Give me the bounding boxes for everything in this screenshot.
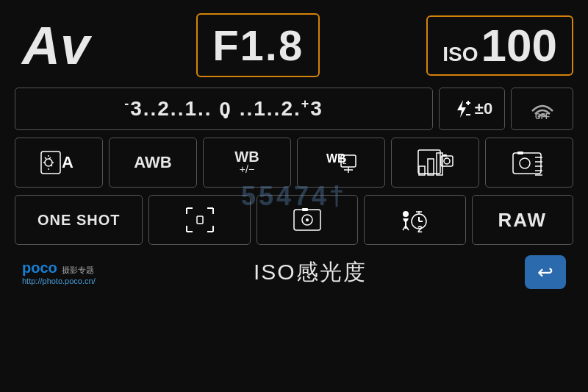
third-row: A AWB WB +/− WB 2 <box>15 138 573 188</box>
flash-comp-value: ±0 <box>475 99 492 118</box>
svg-text:A: A <box>62 153 74 171</box>
picture-style-icon <box>416 146 454 179</box>
picture-style-box[interactable] <box>391 138 479 188</box>
raw-label: RAW <box>498 209 547 232</box>
flash-icon <box>451 99 472 119</box>
exposure-scale: -3..2..1.. 0 ..1..2.+3 <box>124 96 323 121</box>
poco-brand: poco <box>22 260 57 277</box>
self-timer-box[interactable]: 2 <box>364 195 465 245</box>
svg-rect-47 <box>302 208 308 211</box>
svg-rect-26 <box>443 154 447 157</box>
af-point-icon <box>184 205 216 235</box>
second-row: -3..2..1.. 0 ..1..2.+3 ±0 <box>15 88 573 130</box>
wb-shift-icon: WB 2 <box>323 145 359 180</box>
mode-label: Av <box>22 19 90 72</box>
camera-settings-box[interactable] <box>485 138 573 188</box>
exposure-scale-box[interactable]: -3..2..1.. 0 ..1..2.+3 <box>15 88 433 130</box>
svg-text:OFF: OFF <box>535 113 550 120</box>
live-view-box[interactable] <box>257 195 358 245</box>
auto-lighting-icon: A <box>40 146 78 179</box>
fourth-row: ONE SHOT <box>15 195 573 245</box>
auto-lighting-box[interactable]: A <box>15 138 103 188</box>
poco-subtitle: 摄影专题 <box>62 265 94 276</box>
self-timer-icon: 2 <box>398 205 431 235</box>
svg-point-25 <box>444 158 450 164</box>
svg-marker-0 <box>457 100 466 118</box>
top-row: Av F1.8 ISO 100 <box>15 13 573 77</box>
bottom-row: poco 摄影专题 http://photo.poco.cn/ ISO感光度 ↩ <box>15 255 573 289</box>
aperture-box[interactable]: F1.8 <box>196 13 320 77</box>
svg-rect-21 <box>428 159 434 175</box>
wb-shift-box[interactable]: WB 2 <box>297 138 385 188</box>
svg-point-48 <box>403 211 409 217</box>
svg-line-13 <box>49 157 51 159</box>
wb-adjust-box[interactable]: WB +/− <box>203 138 291 188</box>
wb-adjust-sub: +/− <box>240 164 254 175</box>
one-shot-box[interactable]: ONE SHOT <box>15 195 143 245</box>
svg-text:2: 2 <box>343 157 347 165</box>
camera-screen: 55474† Av F1.8 ISO 100 -3..2..1.. 0 ..1.… <box>0 0 588 392</box>
af-point-box[interactable] <box>148 195 250 245</box>
one-shot-label: ONE SHOT <box>37 212 120 229</box>
exposure-indicator <box>223 114 228 118</box>
svg-line-11 <box>45 157 46 159</box>
wb-adjust-label: WB <box>234 149 259 164</box>
awb-label: AWB <box>134 153 171 172</box>
flash-comp-box[interactable]: ±0 <box>439 88 505 130</box>
camera-settings-icon <box>510 146 548 179</box>
svg-rect-29 <box>517 152 523 154</box>
svg-text:2: 2 <box>417 224 423 235</box>
raw-box[interactable]: RAW <box>472 195 573 245</box>
iso-label: ISO <box>442 44 478 65</box>
iso-value: 100 <box>481 23 557 68</box>
poco-info: poco 摄影专题 http://photo.poco.cn/ <box>22 260 96 285</box>
awb-box[interactable]: AWB <box>109 138 197 188</box>
wifi-icon-container: OFF <box>529 98 556 120</box>
iso-bottom-label: ISO感光度 <box>96 257 525 288</box>
svg-point-46 <box>306 218 309 221</box>
live-view-icon <box>291 205 323 235</box>
wifi-icon: OFF <box>529 98 556 120</box>
poco-url: http://photo.poco.cn/ <box>22 277 96 285</box>
wifi-box[interactable]: OFF <box>511 88 573 130</box>
svg-point-28 <box>520 158 530 168</box>
back-arrow-icon: ↩ <box>537 261 553 284</box>
back-button[interactable]: ↩ <box>525 255 566 289</box>
iso-box[interactable]: ISO 100 <box>426 15 573 76</box>
svg-rect-43 <box>197 216 203 224</box>
